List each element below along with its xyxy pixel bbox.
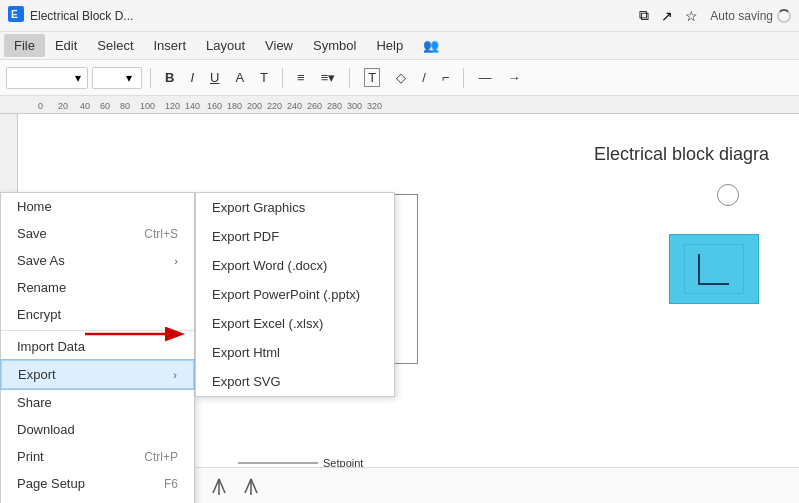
export-submenu: Export Graphics Export PDF Export Word (…	[195, 192, 395, 397]
bold-button[interactable]: B	[159, 67, 180, 88]
tool-fork-3[interactable]	[239, 474, 263, 498]
separator	[349, 68, 350, 88]
menu-save[interactable]: Save Ctrl+S	[1, 220, 194, 247]
menu-insert[interactable]: Insert	[144, 34, 197, 57]
chevron-right-icon: ›	[174, 255, 178, 267]
svg-line-17	[245, 479, 251, 493]
align-button[interactable]: ≡	[291, 67, 311, 88]
underline-button[interactable]: U	[204, 67, 225, 88]
main-area: 0 20 40 60 80 100 120 140 160 180 200 22…	[0, 96, 799, 503]
pen-button[interactable]: /	[416, 67, 432, 88]
menu-save-as[interactable]: Save As ›	[1, 247, 194, 274]
menu-print[interactable]: Print Ctrl+P	[1, 443, 194, 470]
spinner-icon	[777, 9, 791, 23]
font-color-button[interactable]: A	[229, 67, 250, 88]
svg-line-18	[251, 479, 257, 493]
title-bar: E Electrical Block D... ⧉ ↗ ☆ Auto savin…	[0, 0, 799, 32]
italic-button[interactable]: I	[184, 67, 200, 88]
export-powerpoint[interactable]: Export PowerPoint (.pptx)	[196, 280, 394, 309]
chevron-down-icon: ▾	[126, 71, 132, 85]
menu-default-setting[interactable]: Default Setting	[1, 497, 194, 503]
menu-bar: File Edit Select Insert Layout View Symb…	[0, 32, 799, 60]
menu-collab[interactable]: 👥	[413, 34, 449, 57]
line-button[interactable]: —	[472, 67, 497, 88]
chevron-down-icon: ▾	[75, 71, 81, 85]
font-family-dropdown[interactable]: ▾	[6, 67, 88, 89]
export-excel[interactable]: Export Excel (.xlsx)	[196, 309, 394, 338]
window-title: Electrical Block D...	[30, 9, 639, 23]
star-icon[interactable]: ☆	[685, 8, 698, 24]
copy-icon[interactable]: ⧉	[639, 7, 649, 24]
arrow-indicator	[80, 314, 200, 357]
tool-fork-2[interactable]	[207, 474, 231, 498]
export-html[interactable]: Export Html	[196, 338, 394, 367]
menu-export[interactable]: Export ›	[1, 360, 194, 389]
menu-download[interactable]: Download	[1, 416, 194, 443]
app-icon: E	[8, 6, 24, 25]
menu-select[interactable]: Select	[87, 34, 143, 57]
align-options-button[interactable]: ≡▾	[315, 67, 342, 88]
menu-help[interactable]: Help	[366, 34, 413, 57]
connector-button[interactable]: ⌐	[436, 67, 456, 88]
menu-edit[interactable]: Edit	[45, 34, 87, 57]
separator	[282, 68, 283, 88]
diagram-circle	[717, 184, 739, 206]
ruler-top: 0 20 40 60 80 100 120 140 160 180 200 22…	[0, 96, 799, 114]
export-svg[interactable]: Export SVG	[196, 367, 394, 396]
fill-button[interactable]: ◇	[390, 67, 412, 88]
diagram-title: Electrical block diagra	[594, 144, 769, 165]
textbox-button[interactable]: T	[358, 65, 386, 90]
menu-page-setup[interactable]: Page Setup F6	[1, 470, 194, 497]
diagram-blue-box	[669, 234, 759, 304]
toolbar: ▾ ▾ B I U A T ≡ ≡▾ T ◇ / ⌐ — →	[0, 60, 799, 96]
export-word[interactable]: Export Word (.docx)	[196, 251, 394, 280]
title-bar-actions: ⧉ ↗ ☆ Auto saving	[639, 7, 791, 24]
autosave-indicator: Auto saving	[710, 9, 791, 23]
chevron-right-icon: ›	[173, 369, 177, 381]
arrow-button[interactable]: →	[501, 67, 526, 88]
menu-share[interactable]: Share	[1, 389, 194, 416]
menu-layout[interactable]: Layout	[196, 34, 255, 57]
export-pdf[interactable]: Export PDF	[196, 222, 394, 251]
font-size-dropdown[interactable]: ▾	[92, 67, 142, 89]
share-icon[interactable]: ↗	[661, 8, 673, 24]
menu-rename[interactable]: Rename	[1, 274, 194, 301]
svg-line-15	[219, 479, 225, 493]
menu-home[interactable]: Home	[1, 193, 194, 220]
separator	[150, 68, 151, 88]
separator	[463, 68, 464, 88]
export-graphics[interactable]: Export Graphics	[196, 193, 394, 222]
svg-line-14	[213, 479, 219, 493]
svg-text:E: E	[11, 9, 18, 20]
highlight-button[interactable]: T	[254, 67, 274, 88]
menu-file[interactable]: File	[4, 34, 45, 57]
menu-symbol[interactable]: Symbol	[303, 34, 366, 57]
svg-rect-2	[684, 244, 744, 294]
menu-view[interactable]: View	[255, 34, 303, 57]
